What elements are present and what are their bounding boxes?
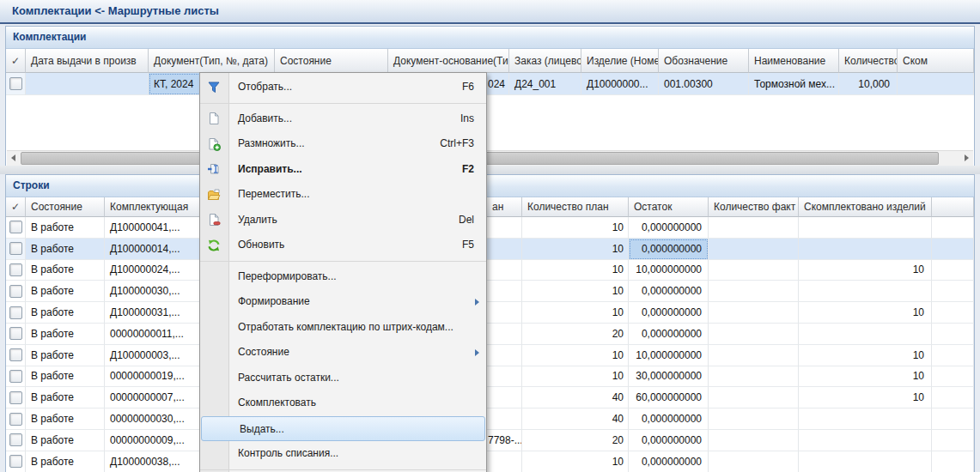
- table-cell[interactable]: [709, 366, 799, 388]
- table-cell[interactable]: В работе: [26, 366, 105, 388]
- table-row[interactable]: В работе00000000007,...4060,00000000010: [6, 387, 974, 408]
- table-cell[interactable]: В работе: [26, 302, 105, 324]
- table-cell[interactable]: [709, 430, 799, 451]
- row-select-cell[interactable]: [6, 260, 26, 281]
- table-cell[interactable]: 10: [799, 260, 932, 281]
- table-cell[interactable]: [799, 324, 932, 345]
- table-cell[interactable]: [799, 281, 932, 302]
- table-cell[interactable]: [709, 281, 799, 302]
- table-row[interactable]: В работе00000000011,...200,000000000: [6, 324, 974, 345]
- row-select-cell[interactable]: [6, 302, 26, 324]
- column-header[interactable]: Состояние: [275, 49, 388, 73]
- menu-item-peremestit[interactable]: Переместить...: [200, 182, 486, 208]
- table-cell[interactable]: [932, 408, 974, 430]
- table-row[interactable]: В работеД100000014,...100,000000000: [6, 239, 974, 260]
- table-cell[interactable]: [799, 430, 932, 451]
- table-cell[interactable]: [799, 408, 932, 430]
- scroll-left-arrow-icon[interactable]: [7, 151, 21, 166]
- row-checkbox[interactable]: [9, 370, 22, 383]
- table-cell[interactable]: 0,000000000: [629, 281, 709, 302]
- menu-item-otrabotat-po-shtrih-kodam[interactable]: Отработать комплектацию по штрих-кодам..…: [200, 315, 486, 341]
- row-checkbox[interactable]: [9, 455, 22, 468]
- table-cell[interactable]: 10,000: [839, 73, 898, 95]
- table-cell[interactable]: [932, 281, 974, 302]
- menu-item-vydat[interactable]: Выдать...: [201, 416, 485, 442]
- table-cell[interactable]: [898, 73, 974, 95]
- row-select-cell[interactable]: [6, 73, 26, 95]
- table-cell[interactable]: [932, 366, 974, 388]
- column-header[interactable]: Документ-основание(Ти: [388, 49, 509, 73]
- table-row[interactable]: В работе00000000009,...7798-...200,00000…: [6, 430, 974, 451]
- row-checkbox[interactable]: [9, 285, 22, 298]
- column-header[interactable]: Состояние: [26, 197, 105, 217]
- table-cell[interactable]: [709, 302, 799, 324]
- table-cell[interactable]: [709, 345, 799, 366]
- menu-item-pereformirovat[interactable]: Переформировать...: [200, 264, 486, 290]
- table-cell[interactable]: 10: [522, 366, 629, 388]
- column-header[interactable]: Ском: [898, 49, 974, 73]
- table-row[interactable]: В работеД100000041,...100,000000000: [6, 217, 974, 239]
- menu-item-obnovit[interactable]: ОбновитьF5: [200, 233, 486, 258]
- row-checkbox[interactable]: [9, 242, 22, 255]
- table-cell[interactable]: 20: [522, 430, 629, 451]
- table-cell[interactable]: 40: [522, 387, 629, 408]
- table-row[interactable]: В работеД100000031,...100,00000000010: [6, 302, 974, 324]
- table-cell[interactable]: 10: [799, 345, 932, 366]
- table-cell[interactable]: 40: [522, 408, 629, 430]
- table-cell[interactable]: [932, 345, 974, 366]
- table-cell[interactable]: В работе: [26, 239, 105, 260]
- row-select-cell[interactable]: [6, 281, 26, 302]
- row-checkbox[interactable]: [9, 221, 22, 233]
- table-cell[interactable]: [932, 451, 974, 472]
- table-cell[interactable]: 10: [522, 451, 629, 472]
- table-cell[interactable]: 0,000000000: [629, 430, 709, 451]
- table-row[interactable]: В работе00000000030,...400,000000000: [6, 408, 974, 430]
- table-cell[interactable]: В работе: [26, 281, 105, 302]
- table-cell[interactable]: 0,000000000: [629, 302, 709, 324]
- table-cell[interactable]: [932, 260, 974, 281]
- table-cell[interactable]: [709, 408, 799, 430]
- table-cell[interactable]: [932, 324, 974, 345]
- table-row[interactable]: КТ, 2024024Д24_001Д10000000...001.00300Т…: [6, 73, 974, 95]
- table-cell[interactable]: 60,000000000: [629, 387, 709, 408]
- table-cell[interactable]: [26, 73, 149, 95]
- table-cell[interactable]: 10: [522, 260, 629, 281]
- table-cell[interactable]: [932, 387, 974, 408]
- column-header[interactable]: Остаток: [629, 197, 709, 217]
- menu-item-razmnozhit[interactable]: Размножить...Ctrl+F3: [200, 131, 486, 157]
- table-cell[interactable]: В работе: [26, 430, 105, 451]
- menu-item-otobrat[interactable]: Отобрать...F6: [200, 75, 486, 100]
- table-cell[interactable]: [932, 239, 974, 260]
- table-cell[interactable]: [932, 302, 974, 324]
- column-header[interactable]: Дата выдачи в произв: [26, 49, 149, 73]
- table-row[interactable]: В работеД100000030,...100,000000000: [6, 281, 974, 302]
- row-checkbox[interactable]: [9, 263, 22, 276]
- table-cell[interactable]: [799, 239, 932, 260]
- row-select-cell[interactable]: [6, 430, 26, 451]
- table-cell[interactable]: 10: [522, 281, 629, 302]
- menu-item-skomplektovat[interactable]: Скомплектовать: [200, 390, 486, 416]
- row-select-cell[interactable]: [6, 451, 26, 472]
- table-cell[interactable]: 0,000000000: [629, 239, 709, 260]
- table-row[interactable]: В работеД100000003,...1010,00000000010: [6, 345, 974, 366]
- row-select-cell[interactable]: [6, 239, 26, 260]
- table-cell[interactable]: 10: [522, 239, 629, 260]
- row-select-cell[interactable]: [6, 345, 26, 366]
- table-cell[interactable]: 10: [522, 345, 629, 366]
- table-cell[interactable]: 10: [522, 217, 629, 239]
- table-cell[interactable]: В работе: [26, 387, 105, 408]
- table-row[interactable]: В работеД100000038,...100,000000000: [6, 451, 974, 472]
- table-row[interactable]: В работе00000000019,...1030,00000000010: [6, 366, 974, 388]
- table-cell[interactable]: В работе: [26, 345, 105, 366]
- row-select-cell[interactable]: [6, 366, 26, 388]
- table-cell[interactable]: 10: [799, 387, 932, 408]
- table-cell[interactable]: 20: [522, 324, 629, 345]
- menu-item-dobavit[interactable]: Добавить...Ins: [200, 106, 486, 132]
- horizontal-scrollbar[interactable]: [7, 150, 973, 166]
- table-cell[interactable]: Д24_001: [509, 73, 581, 95]
- column-header[interactable]: Количество: [839, 49, 898, 73]
- table-cell[interactable]: В работе: [26, 451, 105, 472]
- table-cell[interactable]: [932, 430, 974, 451]
- select-all-column-header[interactable]: ✓: [6, 49, 26, 73]
- table-cell[interactable]: В работе: [26, 408, 105, 430]
